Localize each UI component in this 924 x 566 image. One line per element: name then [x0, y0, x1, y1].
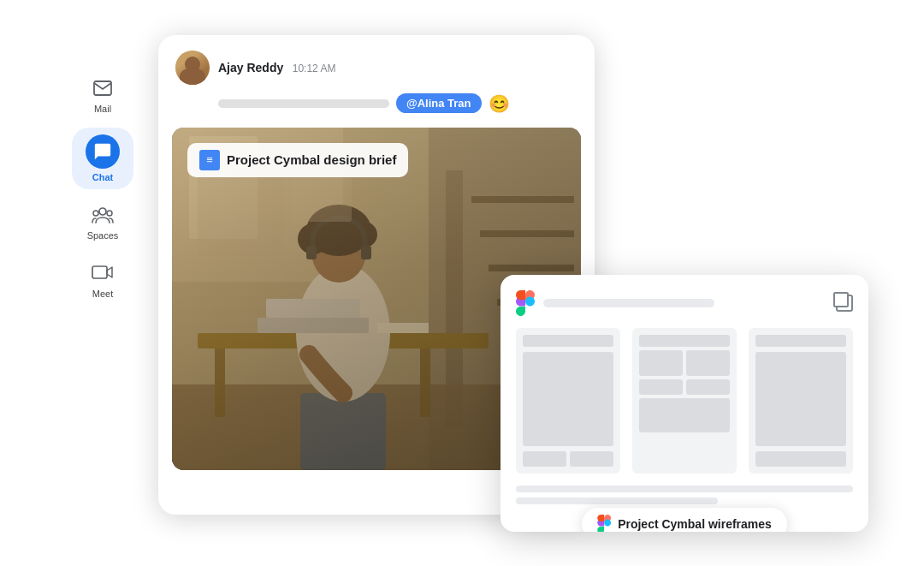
- figma-card: Project Cymbal wireframes: [500, 275, 868, 532]
- copy-icon[interactable]: [836, 295, 853, 312]
- mail-label: Mail: [94, 104, 111, 114]
- wireframe-content: [516, 328, 853, 474]
- mention-badge[interactable]: @Alina Tran: [396, 93, 482, 113]
- svg-point-3: [107, 211, 112, 216]
- wf-row-2a: [639, 350, 730, 376]
- footer-bar-2: [516, 497, 718, 504]
- doc-icon: [199, 150, 220, 170]
- bottom-label-text: Project Cymbal wireframes: [618, 517, 772, 531]
- figma-url-bar: [543, 299, 714, 307]
- svg-point-1: [99, 208, 106, 215]
- sender-info: Ajay Reddy 10:12 AM: [218, 60, 335, 75]
- sender-name: Ajay Reddy: [218, 61, 283, 74]
- wireframe-frame-2: [632, 328, 737, 474]
- wf-content-area-2: [639, 398, 730, 432]
- bottom-label: Project Cymbal wireframes: [582, 508, 787, 532]
- mail-icon: [91, 76, 115, 100]
- chat-label: Chat: [92, 172, 113, 182]
- figma-card-header: [516, 290, 853, 316]
- sidebar-item-mail[interactable]: Mail: [72, 69, 133, 121]
- figma-card-footer: [516, 486, 853, 504]
- wireframe-frame-1: [516, 328, 620, 474]
- wf-bottom-blocks-3: [755, 451, 846, 467]
- doc-title: Project Cymbal design brief: [227, 152, 396, 167]
- avatar: [175, 51, 210, 85]
- wf-block-3a: [755, 451, 846, 467]
- svg-rect-4: [92, 266, 107, 278]
- wf-block-2d: [686, 379, 730, 395]
- message-bar: [218, 99, 389, 108]
- figma-small-icon: [597, 515, 611, 532]
- chat-icon: [86, 134, 120, 169]
- wireframe-frame-3: [749, 328, 853, 474]
- wf-block-1b: [570, 451, 613, 467]
- wf-bottom-blocks-1: [523, 451, 613, 467]
- message-header: Ajay Reddy 10:12 AM: [158, 35, 595, 93]
- wf-row-2b: [639, 379, 730, 395]
- spaces-label: Spaces: [87, 230, 119, 241]
- figma-logo-icon: [516, 290, 535, 316]
- message-bubble-row: @Alina Tran 😊: [158, 93, 595, 128]
- scene: Mail Chat Spaces: [56, 18, 868, 549]
- figma-header-left: [516, 290, 714, 316]
- wf-block-2c: [639, 379, 683, 395]
- doc-badge[interactable]: Project Cymbal design brief: [187, 143, 408, 177]
- timestamp: 10:12 AM: [293, 63, 336, 74]
- wf-block-2a: [639, 350, 683, 376]
- sidebar-item-spaces[interactable]: Spaces: [72, 196, 133, 247]
- wf-top-bar-1: [523, 335, 613, 347]
- emoji: 😊: [489, 93, 510, 114]
- wf-block-1a: [523, 451, 566, 467]
- wf-block-2b: [686, 350, 730, 376]
- sidebar-item-meet[interactable]: Meet: [72, 254, 133, 306]
- meet-icon: [91, 261, 115, 285]
- meet-label: Meet: [92, 289, 113, 299]
- sidebar-item-chat[interactable]: Chat: [72, 128, 133, 189]
- svg-point-2: [93, 211, 98, 216]
- spaces-icon: [91, 203, 115, 227]
- footer-bar-1: [516, 486, 853, 492]
- wf-top-bar-2: [639, 335, 730, 347]
- wf-content-area-1: [523, 352, 613, 446]
- wf-content-area-3: [755, 352, 846, 446]
- sidebar: Mail Chat Spaces: [56, 18, 150, 549]
- wf-top-bar-3: [755, 335, 846, 347]
